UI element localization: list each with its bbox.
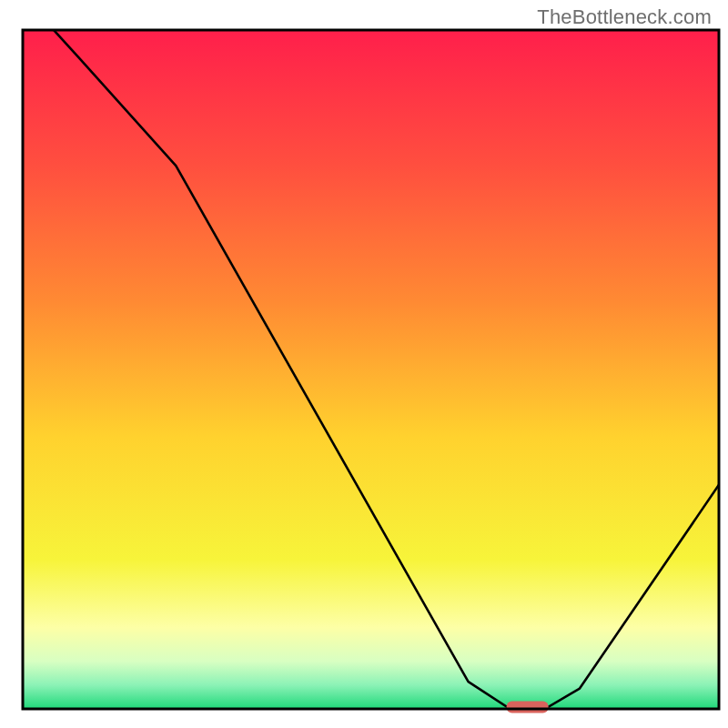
plot-background (23, 30, 719, 709)
chart-container: TheBottleneck.com (0, 0, 728, 728)
bottleneck-chart (0, 0, 728, 728)
optimal-marker (507, 702, 549, 713)
